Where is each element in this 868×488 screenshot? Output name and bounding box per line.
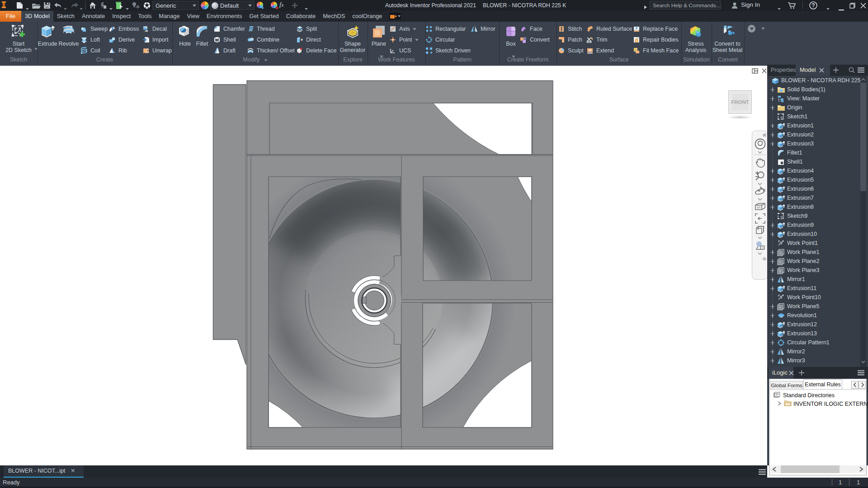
svg-text:?: ? (811, 2, 815, 9)
